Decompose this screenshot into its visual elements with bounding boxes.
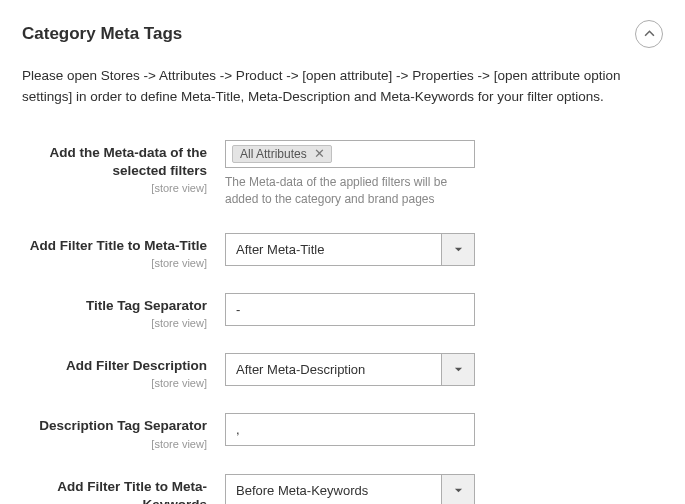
field-control: After Meta-Title (225, 233, 475, 266)
field-description-tag-separator: Description Tag Separator [store view] (22, 413, 663, 449)
field-label: Description Tag Separator (22, 417, 207, 435)
chevron-up-icon (644, 27, 655, 42)
filter-title-meta-keywords-select[interactable]: Before Meta-Keywords (225, 474, 475, 505)
field-control: All Attributes ✕ The Meta-data of the ap… (225, 140, 475, 209)
field-label-col: Description Tag Separator [store view] (22, 413, 225, 449)
field-label-col: Add Filter Title to Meta-Title [store vi… (22, 233, 225, 269)
scope-label: [store view] (22, 257, 207, 269)
scope-label: [store view] (22, 182, 207, 194)
field-control: Before Meta-Keywords (225, 474, 475, 505)
close-icon[interactable]: ✕ (312, 147, 327, 160)
select-value: Before Meta-Keywords (225, 474, 442, 505)
collapse-toggle-button[interactable] (635, 20, 663, 48)
field-control (225, 293, 475, 326)
field-title-tag-separator: Title Tag Separator [store view] (22, 293, 663, 329)
section-title: Category Meta Tags (22, 24, 182, 44)
field-label-col: Add Filter Title to Meta-Keywords [store… (22, 474, 225, 505)
filter-title-meta-title-select[interactable]: After Meta-Title (225, 233, 475, 266)
scope-label: [store view] (22, 438, 207, 450)
field-filter-title-meta-title: Add Filter Title to Meta-Title [store vi… (22, 233, 663, 269)
field-note: The Meta-data of the applied filters wil… (225, 174, 470, 209)
description-tag-separator-input[interactable] (225, 413, 475, 446)
field-meta-data-selected: Add the Meta-data of the selected filter… (22, 140, 663, 209)
chevron-down-icon (442, 353, 475, 386)
field-control: After Meta-Description (225, 353, 475, 386)
tag-chip-label: All Attributes (240, 147, 307, 161)
field-control (225, 413, 475, 446)
scope-label: [store view] (22, 377, 207, 389)
field-label: Add the Meta-data of the selected filter… (22, 144, 207, 180)
select-value: After Meta-Description (225, 353, 442, 386)
field-label: Add Filter Description (22, 357, 207, 375)
section-description: Please open Stores -> Attributes -> Prod… (22, 66, 663, 108)
field-label-col: Add Filter Description [store view] (22, 353, 225, 389)
field-label: Title Tag Separator (22, 297, 207, 315)
field-filter-title-meta-keywords: Add Filter Title to Meta-Keywords [store… (22, 474, 663, 505)
field-label: Add Filter Title to Meta-Keywords (22, 478, 207, 505)
field-label-col: Add the Meta-data of the selected filter… (22, 140, 225, 194)
tag-chip: All Attributes ✕ (232, 145, 332, 163)
field-label-col: Title Tag Separator [store view] (22, 293, 225, 329)
chevron-down-icon (442, 233, 475, 266)
chevron-down-icon (442, 474, 475, 505)
attributes-tag-input[interactable]: All Attributes ✕ (225, 140, 475, 168)
field-label: Add Filter Title to Meta-Title (22, 237, 207, 255)
field-filter-description: Add Filter Description [store view] Afte… (22, 353, 663, 389)
filter-description-select[interactable]: After Meta-Description (225, 353, 475, 386)
scope-label: [store view] (22, 317, 207, 329)
select-value: After Meta-Title (225, 233, 442, 266)
section-header: Category Meta Tags (22, 12, 663, 66)
title-tag-separator-input[interactable] (225, 293, 475, 326)
